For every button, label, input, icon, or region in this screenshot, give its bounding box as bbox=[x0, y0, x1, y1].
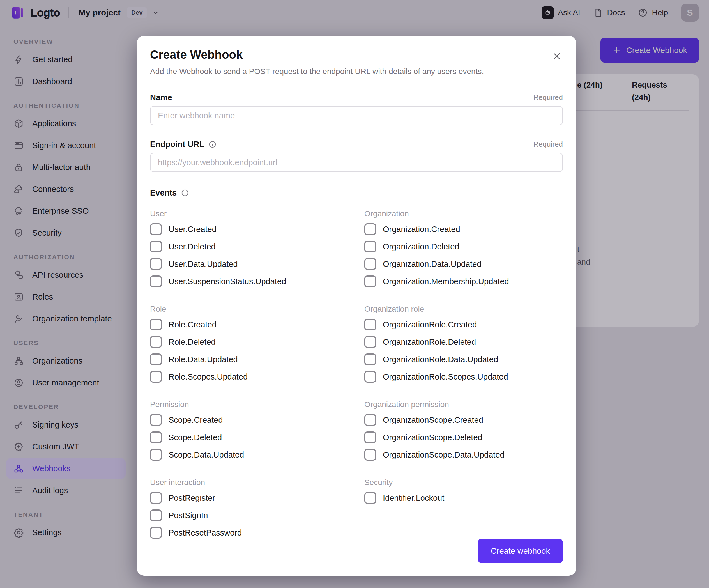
event-option-postregister: PostRegister bbox=[150, 489, 349, 507]
events-label-text: Events bbox=[150, 188, 177, 198]
checkbox-organization-deleted[interactable] bbox=[364, 241, 376, 253]
event-option-organization-deleted: Organization.Deleted bbox=[364, 238, 563, 255]
checkbox-organization-membership-updated[interactable] bbox=[364, 276, 376, 287]
checkbox-organizationscope-created[interactable] bbox=[364, 414, 376, 426]
checkbox-role-created[interactable] bbox=[150, 319, 162, 330]
close-icon[interactable] bbox=[551, 50, 563, 62]
event-option-scope-data-updated: Scope.Data.Updated bbox=[150, 446, 349, 463]
event-option-label: PostRegister bbox=[168, 493, 215, 503]
endpoint-label-text: Endpoint URL bbox=[150, 140, 204, 149]
name-required-tag: Required bbox=[533, 93, 563, 102]
event-option-label: Identifier.Lockout bbox=[383, 493, 444, 503]
event-group-user-interaction: User interactionPostRegisterPostSignInPo… bbox=[150, 463, 349, 541]
event-option-organizationscope-data-updated: OrganizationScope.Data.Updated bbox=[364, 446, 563, 463]
event-option-label: User.Deleted bbox=[168, 242, 216, 251]
event-option-label: Role.Scopes.Updated bbox=[168, 372, 248, 382]
event-option-label: Role.Deleted bbox=[168, 337, 216, 347]
event-option-label: OrganizationScope.Data.Updated bbox=[383, 450, 504, 460]
event-option-label: OrganizationRole.Deleted bbox=[383, 337, 476, 347]
event-option-label: User.SuspensionStatus.Updated bbox=[168, 277, 286, 286]
events-section-label: Events bbox=[150, 188, 563, 198]
event-option-label: Scope.Deleted bbox=[168, 433, 222, 442]
event-option-label: OrganizationRole.Created bbox=[383, 320, 477, 329]
app-root: Logto My project Dev Ask AI bbox=[0, 0, 709, 588]
modal-title: Create Webhook bbox=[150, 48, 563, 61]
endpoint-required-tag: Required bbox=[533, 140, 563, 149]
checkbox-organizationscope-deleted[interactable] bbox=[364, 432, 376, 443]
event-option-scope-deleted: Scope.Deleted bbox=[150, 429, 349, 446]
event-group-title: Permission bbox=[150, 398, 349, 409]
event-option-label: OrganizationScope.Created bbox=[383, 415, 483, 425]
modal-footer: Create webhook bbox=[478, 539, 563, 563]
checkbox-organization-created[interactable] bbox=[364, 223, 376, 235]
event-option-label: User.Data.Updated bbox=[168, 259, 238, 269]
info-icon[interactable] bbox=[208, 140, 217, 149]
event-option-label: OrganizationScope.Deleted bbox=[383, 433, 482, 442]
checkbox-organizationrole-deleted[interactable] bbox=[364, 336, 376, 348]
checkbox-scope-created[interactable] bbox=[150, 414, 162, 426]
info-icon[interactable] bbox=[181, 188, 189, 197]
event-option-label: OrganizationRole.Data.Updated bbox=[383, 355, 498, 364]
event-option-organizationrole-created: OrganizationRole.Created bbox=[364, 316, 563, 333]
webhook-name-input[interactable] bbox=[150, 106, 563, 125]
event-group-title: Organization bbox=[364, 207, 563, 218]
event-option-user-suspensionstatus-updated: User.SuspensionStatus.Updated bbox=[150, 273, 349, 290]
checkbox-organizationrole-created[interactable] bbox=[364, 319, 376, 330]
event-option-identifier-lockout: Identifier.Lockout bbox=[364, 489, 563, 507]
checkbox-role-deleted[interactable] bbox=[150, 336, 162, 348]
checkbox-organizationrole-scopes-updated[interactable] bbox=[364, 371, 376, 383]
event-group-organization: OrganizationOrganization.CreatedOrganiza… bbox=[364, 199, 563, 290]
checkbox-organization-data-updated[interactable] bbox=[364, 258, 376, 270]
checkbox-role-data-updated[interactable] bbox=[150, 354, 162, 365]
checkbox-postregister[interactable] bbox=[150, 492, 162, 504]
event-group-title: User interaction bbox=[150, 476, 349, 487]
event-option-role-deleted: Role.Deleted bbox=[150, 333, 349, 351]
checkbox-user-created[interactable] bbox=[150, 223, 162, 235]
checkbox-user-suspensionstatus-updated[interactable] bbox=[150, 276, 162, 287]
checkbox-organizationrole-data-updated[interactable] bbox=[364, 354, 376, 365]
checkbox-postresetpassword[interactable] bbox=[150, 527, 162, 539]
event-group-organization-role: Organization roleOrganizationRole.Create… bbox=[364, 290, 563, 385]
event-group-organization-permission: Organization permissionOrganizationScope… bbox=[364, 385, 563, 463]
event-option-user-deleted: User.Deleted bbox=[150, 238, 349, 255]
event-option-role-data-updated: Role.Data.Updated bbox=[150, 351, 349, 368]
event-option-organizationscope-created: OrganizationScope.Created bbox=[364, 411, 563, 429]
event-option-postresetpassword: PostResetPassword bbox=[150, 524, 349, 541]
event-option-label: PostSignIn bbox=[168, 511, 208, 520]
event-group-security: SecurityIdentifier.Lockout bbox=[364, 463, 563, 541]
event-option-user-data-updated: User.Data.Updated bbox=[150, 255, 349, 273]
event-option-role-created: Role.Created bbox=[150, 316, 349, 333]
events-grid: UserUser.CreatedUser.DeletedUser.Data.Up… bbox=[150, 199, 563, 541]
modal-subtitle: Add the Webhook to send a POST request t… bbox=[150, 66, 563, 77]
event-group-permission: PermissionScope.CreatedScope.DeletedScop… bbox=[150, 385, 349, 463]
event-option-role-scopes-updated: Role.Scopes.Updated bbox=[150, 368, 349, 385]
checkbox-role-scopes-updated[interactable] bbox=[150, 371, 162, 383]
checkbox-user-deleted[interactable] bbox=[150, 241, 162, 253]
event-option-label: PostResetPassword bbox=[168, 528, 242, 537]
event-option-label: Scope.Data.Updated bbox=[168, 450, 244, 460]
create-webhook-submit-button[interactable]: Create webhook bbox=[478, 539, 563, 563]
event-option-organization-data-updated: Organization.Data.Updated bbox=[364, 255, 563, 273]
event-option-organizationrole-deleted: OrganizationRole.Deleted bbox=[364, 333, 563, 351]
endpoint-field-label: Endpoint URL bbox=[150, 140, 217, 149]
event-option-label: Organization.Membership.Updated bbox=[383, 277, 509, 286]
event-option-label: OrganizationRole.Scopes.Updated bbox=[383, 372, 508, 382]
event-option-postsignin: PostSignIn bbox=[150, 507, 349, 524]
checkbox-scope-deleted[interactable] bbox=[150, 432, 162, 443]
event-group-title: Organization role bbox=[364, 302, 563, 314]
event-option-label: User.Created bbox=[168, 225, 216, 234]
checkbox-identifier-lockout[interactable] bbox=[364, 492, 376, 504]
name-field-label: Name bbox=[150, 93, 172, 102]
event-group-title: Role bbox=[150, 302, 349, 314]
checkbox-organizationscope-data-updated[interactable] bbox=[364, 449, 376, 461]
event-group-role: RoleRole.CreatedRole.DeletedRole.Data.Up… bbox=[150, 290, 349, 385]
event-option-organizationscope-deleted: OrganizationScope.Deleted bbox=[364, 429, 563, 446]
event-option-scope-created: Scope.Created bbox=[150, 411, 349, 429]
create-webhook-modal: Create Webhook Add the Webhook to send a… bbox=[137, 35, 576, 576]
checkbox-postsignin[interactable] bbox=[150, 509, 162, 521]
event-group-title: Security bbox=[364, 476, 563, 487]
checkbox-user-data-updated[interactable] bbox=[150, 258, 162, 270]
checkbox-scope-data-updated[interactable] bbox=[150, 449, 162, 461]
event-option-label: Scope.Created bbox=[168, 415, 223, 425]
endpoint-url-input[interactable] bbox=[150, 153, 563, 172]
